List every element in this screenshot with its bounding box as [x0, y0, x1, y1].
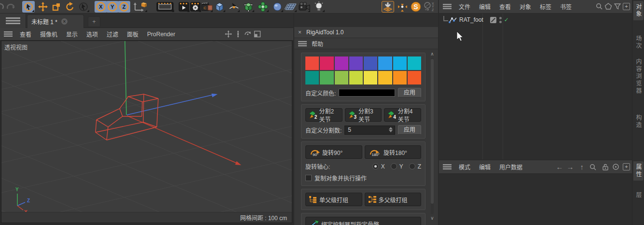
axis-center-icon[interactable] [396, 1, 409, 13]
object-name[interactable]: RAT_foot [459, 16, 483, 23]
color-swatch[interactable] [378, 56, 392, 70]
tabbar-menu-button[interactable] [0, 14, 26, 28]
parent-up-icon[interactable]: ↑ [580, 163, 584, 171]
color-swatch[interactable] [335, 56, 348, 70]
om-add-panel-icon[interactable]: + [623, 3, 630, 10]
om-menu-file[interactable]: 文件 [454, 2, 475, 11]
perspective-viewport[interactable]: 透视视图 [1, 41, 292, 223]
render-view-icon[interactable] [178, 1, 190, 13]
object-edit-toggle-icon[interactable] [490, 17, 496, 23]
menu-options[interactable]: 选项 [82, 30, 102, 38]
color-swatch[interactable] [320, 71, 333, 84]
object-tree[interactable]: RAT_foot ✓ [439, 14, 632, 159]
spline-pen-tool[interactable] [228, 1, 240, 13]
menu-help[interactable]: 帮助 [312, 40, 323, 48]
om-menu-object[interactable]: 对象 [515, 2, 535, 11]
viewport-pan-icon[interactable] [224, 30, 233, 38]
attr-menu-userdata[interactable]: 用户数据 [495, 163, 527, 171]
om-search-icon[interactable] [595, 2, 603, 10]
attribute-menu-icon[interactable] [439, 164, 454, 169]
snap-toggle-icon[interactable]: S [410, 1, 422, 13]
last-tool[interactable] [77, 1, 90, 13]
viewport-maximize-icon[interactable] [253, 30, 261, 38]
viewport-menu-icon[interactable] [0, 31, 15, 37]
axis-y-radio[interactable] [391, 163, 397, 169]
color-swatch[interactable] [305, 71, 319, 84]
render-settings-icon[interactable] [189, 1, 202, 13]
generator-cube-tool[interactable] [242, 1, 255, 13]
color-swatch[interactable] [320, 56, 333, 70]
color-swatch[interactable] [349, 71, 363, 84]
lock-icon[interactable] [602, 163, 609, 171]
team-render-icon[interactable]: C [201, 1, 213, 13]
tab-objects[interactable]: 对象 [633, 1, 644, 20]
coordinate-system-icon[interactable] [131, 1, 148, 13]
scroll-up-icon[interactable]: ∧ [429, 51, 435, 57]
make-editable-button[interactable] [382, 1, 394, 13]
lock-y-axis[interactable]: Y [106, 1, 119, 13]
color-swatch[interactable] [393, 71, 407, 84]
light-tool[interactable] [313, 1, 325, 13]
apply-split-button[interactable]: 应用 [398, 125, 421, 135]
split-2-joints-button[interactable]: 2 分割2关节 [305, 108, 343, 122]
scale-tool[interactable] [50, 1, 63, 13]
move-tool[interactable] [37, 1, 49, 13]
om-filter-icon[interactable] [614, 2, 621, 10]
tab-attributes[interactable]: 属性 [633, 161, 644, 181]
attr-add-panel-icon[interactable]: + [623, 163, 630, 170]
camera-tool[interactable] [298, 1, 311, 13]
color-swatch[interactable] [378, 71, 392, 84]
color-swatch[interactable] [335, 71, 348, 84]
om-menu-tags[interactable]: 标签 [535, 2, 556, 11]
multi-parent-group-button[interactable]: 多父级打组 [365, 193, 422, 206]
attr-search-icon[interactable] [589, 163, 597, 171]
object-manager-menu-icon[interactable] [439, 4, 454, 9]
viewport-rotate-icon[interactable] [244, 30, 252, 38]
new-tab-button[interactable]: + [88, 16, 100, 27]
history-back-icon[interactable]: ← [556, 163, 563, 171]
rigaidtool-scrollbar[interactable]: ∧ ∨ [429, 51, 435, 221]
rigaidtool-menu-icon[interactable] [298, 41, 307, 46]
redo-icon[interactable] [5, 1, 17, 13]
bind-controller-button[interactable]: 绑定控制器到指定骨骼 [305, 217, 421, 225]
rotate-tool[interactable] [64, 1, 76, 13]
menu-prorender[interactable]: ProRender [143, 31, 179, 38]
attr-menu-mode[interactable]: 模式 [454, 163, 475, 171]
track-icon[interactable] [612, 163, 619, 170]
tab-layers[interactable]: 层 [633, 189, 644, 201]
color-swatch[interactable] [364, 71, 377, 84]
color-swatch[interactable] [393, 56, 407, 70]
menu-view[interactable]: 查看 [15, 30, 36, 38]
custom-split-input[interactable]: 5 [344, 126, 395, 135]
live-selection-tool[interactable] [22, 1, 35, 13]
axis-x-radio[interactable] [372, 163, 379, 169]
apply-color-button[interactable]: 应用 [398, 88, 421, 98]
picture-viewer-icon[interactable] [155, 1, 175, 13]
object-enabled-check-icon[interactable]: ✓ [504, 16, 509, 23]
split-4-joints-button[interactable]: 4 分割4关节 [384, 108, 421, 122]
color-swatch[interactable] [408, 71, 421, 84]
attr-menu-edit[interactable]: 编辑 [475, 163, 495, 171]
copy-object-checkbox[interactable] [305, 175, 312, 181]
menu-filter[interactable]: 过滤 [102, 30, 123, 38]
menu-panel[interactable]: 面板 [123, 30, 143, 38]
object-row[interactable]: RAT_foot ✓ [439, 15, 632, 25]
scrollbar-thumb[interactable] [431, 59, 434, 204]
history-forward-icon[interactable]: → [567, 163, 574, 171]
menu-camera[interactable]: 摄像机 [36, 30, 62, 38]
document-tab[interactable]: 未标题 1 * × [27, 14, 84, 28]
workplane-icon[interactable]: XYZ [423, 1, 436, 13]
om-menu-bookmarks[interactable]: 书签 [556, 2, 576, 11]
tab-content-browser[interactable]: 内容浏览器 [633, 56, 644, 97]
split-3-joints-button[interactable]: 3 分割3关节 [345, 108, 382, 122]
scroll-down-icon[interactable]: ∨ [429, 215, 435, 221]
om-menu-view[interactable]: 查看 [495, 2, 515, 11]
custom-color-field[interactable] [339, 89, 395, 97]
rotate-90-button[interactable]: 90° 旋转90° [305, 145, 362, 159]
tab-structure[interactable]: 构造 [633, 112, 644, 131]
om-menu-edit[interactable]: 编辑 [475, 2, 495, 11]
viewport-zoom-icon[interactable] [234, 30, 242, 38]
floor-tool[interactable] [285, 1, 297, 13]
color-swatch[interactable] [305, 56, 319, 70]
field-sphere-tool[interactable] [271, 1, 284, 13]
